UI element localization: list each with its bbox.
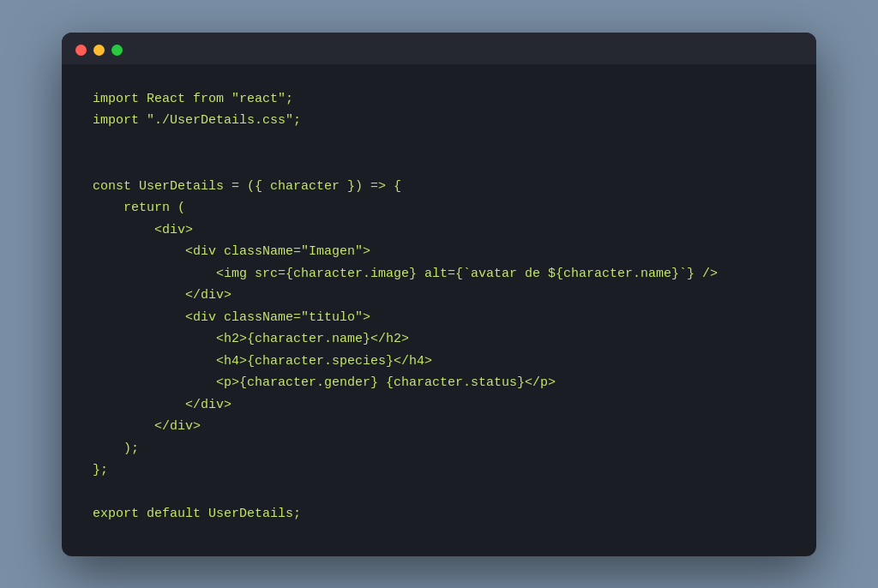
empty-line-3: [93, 482, 785, 504]
code-line-10: </div>: [93, 285, 785, 307]
titlebar: [62, 33, 816, 64]
code-line-1: import React from "react";: [93, 88, 785, 111]
code-line-9: <img src={character.image} alt={`avatar …: [93, 263, 785, 285]
empty-line-1: [93, 132, 785, 154]
code-line-11: <div className="titulo">: [93, 307, 785, 329]
code-line-20: export default UserDetails;: [93, 503, 785, 525]
code-window: import React from "react"; import "./Use…: [62, 33, 816, 556]
code-line-15: </div>: [93, 394, 785, 417]
code-line-7: <div>: [93, 219, 785, 242]
code-line-17: );: [93, 438, 785, 460]
minimize-button[interactable]: [93, 45, 105, 56]
code-line-6: return (: [93, 197, 785, 219]
code-line-8: <div className="Imagen">: [93, 241, 785, 263]
code-line-18: };: [93, 459, 785, 482]
code-line-2: import "./UserDetails.css";: [93, 110, 785, 132]
code-line-16: </div>: [93, 416, 785, 438]
code-line-5: const UserDetails = ({ character }) => {: [93, 176, 785, 198]
code-line-12: <h2>{character.name}</h2>: [93, 328, 785, 351]
code-line-14: <p>{character.gender} {character.status}…: [93, 372, 785, 394]
maximize-button[interactable]: [111, 45, 123, 56]
code-editor: import React from "react"; import "./Use…: [62, 64, 816, 556]
empty-line-2: [93, 153, 785, 176]
close-button[interactable]: [75, 45, 87, 56]
code-line-13: <h4>{character.species}</h4>: [93, 351, 785, 373]
